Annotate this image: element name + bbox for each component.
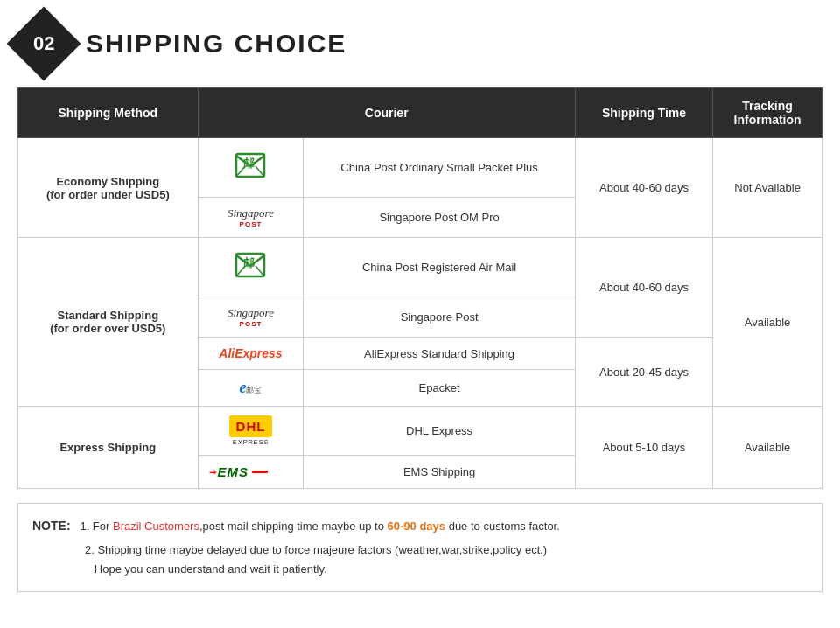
courier-logo-aliexpress: AliExpress <box>198 338 304 370</box>
courier-name-aliexpress: AliExpress Standard Shipping <box>304 338 576 370</box>
col-header-time: Shipping Time <box>575 88 712 138</box>
table-row: Standard Shipping(for order over USD5) 邮… <box>18 238 822 297</box>
courier-logo-chinapost-std: 邮 <box>198 238 304 297</box>
courier-name-sgpost-std: Singapore Post <box>304 297 576 338</box>
note-days: 60-90 days <box>388 520 446 533</box>
courier-name-chinapost-std: China Post Registered Air Mail <box>304 238 576 297</box>
col-header-tracking: TrackingInformation <box>713 88 822 138</box>
courier-logo-epacket: e邮宝 <box>198 370 304 407</box>
note-section: NOTE: 1. For Brazil Customers,post mail … <box>18 503 822 592</box>
courier-name-chinapost-economy: China Post Ordinary Small Packet Plus <box>304 138 576 198</box>
shipping-time-express: About 5-10 days <box>575 407 712 489</box>
col-header-method: Shipping Method <box>18 88 199 138</box>
tracking-economy: Not Available <box>713 138 822 238</box>
shipping-time-standard-2: About 20-45 days <box>575 338 712 407</box>
note-line1: NOTE: 1. For Brazil Customers,post mail … <box>32 516 808 537</box>
badge-number: 02 <box>33 32 54 55</box>
table-row: Express Shipping DHL EXPRESS DHL Express… <box>18 407 822 456</box>
courier-name-epacket: Epacket <box>304 370 576 407</box>
shipping-table: Shipping Method Courier Shipping Time Tr… <box>18 87 822 489</box>
courier-name-ems: EMS Shipping <box>304 456 576 489</box>
courier-name-dhl: DHL Express <box>304 407 576 456</box>
courier-logo-ems: ⇒ EMS <box>198 456 304 489</box>
courier-logo-chinapost-economy: 邮 <box>198 138 304 198</box>
shipping-time-economy: About 40-60 days <box>575 138 712 238</box>
page-header: 02 SHIPPING CHOICE <box>18 17 822 70</box>
col-header-courier: Courier <box>198 88 575 138</box>
note-brazil-customers: Brazil Customers <box>113 520 200 533</box>
note-line2: 2. Shipping time maybe delayed due to fo… <box>32 541 808 579</box>
page-container: 02 SHIPPING CHOICE Shipping Method Couri… <box>18 17 822 592</box>
method-express: Express Shipping <box>18 407 199 489</box>
svg-text:邮: 邮 <box>243 157 255 170</box>
courier-name-sgpost-economy: Singapore Post OM Pro <box>304 198 576 238</box>
tracking-express: Available <box>713 407 822 489</box>
table-row: Economy Shipping(for order under USD5) 邮 <box>18 138 822 198</box>
tracking-standard: Available <box>713 238 822 407</box>
courier-logo-sgpost-std: Singapore POST <box>198 297 304 338</box>
courier-logo-dhl: DHL EXPRESS <box>198 407 304 456</box>
method-standard: Standard Shipping(for order over USD5) <box>18 238 199 407</box>
shipping-time-standard-1: About 40-60 days <box>575 238 712 338</box>
note-label: NOTE: <box>32 519 71 533</box>
courier-logo-sgpost-economy: Singapore POST <box>198 198 304 238</box>
page-title: SHIPPING CHOICE <box>86 29 346 59</box>
svg-text:邮: 邮 <box>243 256 255 269</box>
method-economy: Economy Shipping(for order under USD5) <box>18 138 199 238</box>
badge-diamond: 02 <box>7 7 81 81</box>
